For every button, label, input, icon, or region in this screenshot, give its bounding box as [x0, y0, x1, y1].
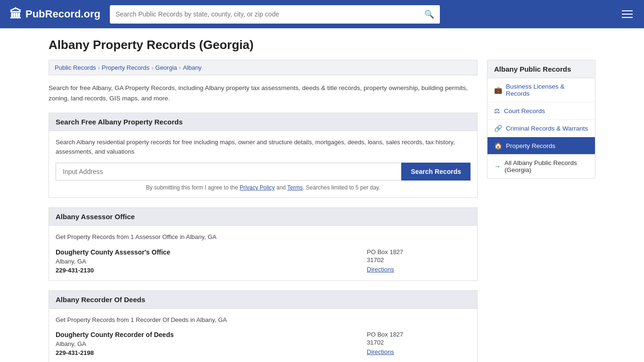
- recorder-office-city: Albany, GA: [56, 340, 357, 347]
- assessor-section: Albany Assessor Office Get Property Reco…: [49, 207, 478, 281]
- recorder-office-po: PO Box 1827: [367, 331, 471, 338]
- assessor-directions-link[interactable]: Directions: [367, 266, 394, 273]
- assessor-office-zip: 31702: [367, 256, 471, 263]
- sidebar-label-court: Court Records: [504, 107, 545, 115]
- breadcrumb-sep-3: ›: [179, 64, 181, 71]
- terms-link[interactable]: Terms: [287, 184, 303, 191]
- arrow-icon: →: [494, 163, 501, 170]
- recorder-office-name: Dougherty County Recorder of Deeds: [56, 331, 357, 338]
- assessor-office-phone: 229-431-2130: [56, 267, 357, 274]
- hamburger-menu-button[interactable]: [620, 8, 635, 20]
- breadcrumb-link-albany[interactable]: Albany: [183, 64, 202, 71]
- assessor-section-desc: Get Property Records from 1 Assessor Off…: [56, 232, 471, 242]
- menu-bar-3: [622, 17, 633, 18]
- breadcrumb-link-public-records[interactable]: Public Records: [55, 64, 96, 71]
- site-logo[interactable]: 🏛 PubRecord.org: [9, 7, 100, 22]
- search-form: Search Records: [56, 163, 471, 181]
- sidebar-label-property: Property Records: [506, 142, 555, 149]
- recorder-office-entry: Dougherty County Recorder of Deeds Alban…: [56, 331, 471, 356]
- sidebar-item-all[interactable]: → All Albany Public Records (Georgia): [487, 155, 595, 178]
- court-icon: ⚖: [494, 107, 500, 115]
- main-content: Public Records › Property Records › Geor…: [49, 60, 478, 362]
- recorder-section: Albany Recorder Of Deeds Get Property Re…: [49, 290, 478, 362]
- recorder-office-right: PO Box 1827 31702 Directions: [367, 331, 471, 356]
- recorder-office-phone: 229-431-2198: [56, 349, 357, 356]
- menu-bar-1: [622, 10, 633, 11]
- property-icon: 🏠: [494, 142, 502, 149]
- breadcrumb-sep-1: ›: [98, 64, 99, 71]
- address-input[interactable]: [56, 163, 401, 181]
- sidebar: Albany Public Records 💼 Business License…: [487, 60, 595, 179]
- page-title: Albany Property Records (Georgia): [49, 38, 595, 52]
- sidebar-item-criminal[interactable]: 🔗 Criminal Records & Warrants: [487, 120, 595, 137]
- recorder-office-left: Dougherty County Recorder of Deeds Alban…: [56, 331, 357, 356]
- form-disclaimer: By submitting this form I agree to the P…: [56, 184, 471, 191]
- assessor-office-po: PO Box 1827: [367, 248, 471, 255]
- site-header: 🏛 PubRecord.org 🔍: [0, 0, 644, 28]
- sidebar-title: Albany Public Records: [487, 60, 595, 78]
- assessor-section-header: Albany Assessor Office: [49, 208, 477, 226]
- assessor-office-city: Albany, GA: [56, 258, 357, 265]
- breadcrumb: Public Records › Property Records › Geor…: [49, 60, 478, 75]
- recorder-directions-link[interactable]: Directions: [367, 348, 394, 355]
- criminal-icon: 🔗: [494, 124, 502, 132]
- recorder-section-header: Albany Recorder Of Deeds: [49, 291, 477, 309]
- sidebar-label-criminal: Criminal Records & Warrants: [506, 125, 588, 132]
- recorder-office-zip: 31702: [367, 339, 471, 346]
- privacy-policy-link[interactable]: Privacy Policy: [239, 184, 275, 191]
- menu-bar-2: [622, 14, 633, 15]
- search-section-header: Search Free Albany Property Records: [49, 113, 477, 131]
- sidebar-item-business[interactable]: 💼 Business Licenses & Records: [487, 78, 595, 102]
- breadcrumb-sep-2: ›: [151, 64, 153, 71]
- sidebar-item-property[interactable]: 🏠 Property Records: [487, 137, 595, 155]
- page-description: Search for free Albany, GA Property Reco…: [49, 83, 478, 103]
- assessor-office-entry: Dougherty County Assessor's Office Alban…: [56, 248, 471, 274]
- header-search-bar: 🔍: [110, 5, 440, 24]
- sidebar-list: 💼 Business Licenses & Records ⚖ Court Re…: [487, 78, 595, 179]
- assessor-office-name: Dougherty County Assessor's Office: [56, 248, 357, 256]
- logo-icon: 🏛: [9, 7, 22, 22]
- sidebar-item-court[interactable]: ⚖ Court Records: [487, 102, 595, 120]
- business-icon: 💼: [494, 86, 502, 94]
- assessor-office-left: Dougherty County Assessor's Office Alban…: [56, 248, 357, 274]
- sidebar-label-all: All Albany Public Records (Georgia): [504, 159, 588, 173]
- breadcrumb-link-georgia[interactable]: Georgia: [155, 64, 177, 71]
- header-search-input[interactable]: [110, 6, 419, 22]
- search-records-button[interactable]: Search Records: [401, 163, 471, 181]
- search-section: Search Free Albany Property Records Sear…: [49, 113, 478, 198]
- search-section-desc: Search Albany residential property recor…: [56, 138, 471, 156]
- assessor-office-right: PO Box 1827 31702 Directions: [367, 248, 471, 274]
- header-search-button[interactable]: 🔍: [419, 5, 440, 24]
- breadcrumb-link-property-records[interactable]: Property Records: [102, 64, 149, 71]
- logo-text: PubRecord.org: [25, 8, 100, 20]
- sidebar-label-business: Business Licenses & Records: [506, 83, 588, 97]
- recorder-section-desc: Get Property Records from 1 Recorder Of …: [56, 315, 471, 325]
